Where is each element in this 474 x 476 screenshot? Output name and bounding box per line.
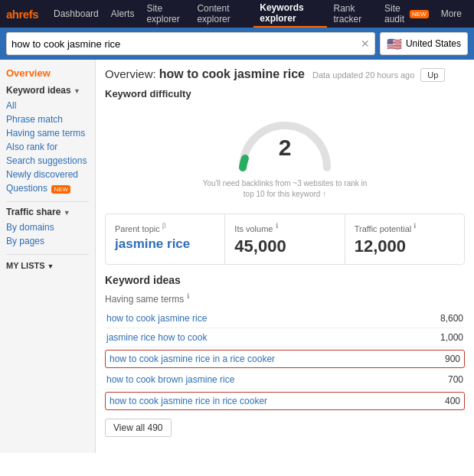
country-selector[interactable]: 🇺🇸 United States xyxy=(380,32,468,55)
chevron-down-icon: ▼ xyxy=(74,87,80,95)
search-clear-icon[interactable]: ✕ xyxy=(361,37,370,50)
beta-icon: β xyxy=(162,222,166,230)
keyword-count-2: 900 xyxy=(445,354,460,364)
keyword-row-2: how to cook jasmine rice in a rice cooke… xyxy=(105,350,465,368)
my-lists-header[interactable]: MY LISTS ▼ xyxy=(6,261,89,270)
keyword-link-4[interactable]: how to cook jasmine rice in rice cooker xyxy=(110,396,267,406)
traffic-share-label: Traffic share xyxy=(6,207,60,217)
nav-item-site-explorer[interactable]: Site explorer xyxy=(140,0,191,28)
having-same-terms-label: Having same terms ℹ xyxy=(105,292,465,305)
keyword-row-3: how to cook brown jasmine rice 700 xyxy=(105,370,465,390)
volume-stat: Its volume ℹ 45,000 xyxy=(225,214,345,264)
keyword-count-1: 1,000 xyxy=(440,332,463,343)
sidebar-item-also-rank-for[interactable]: Also rank for xyxy=(6,140,89,154)
sidebar-item-by-pages[interactable]: By pages xyxy=(6,234,89,248)
sidebar-item-search-suggestions[interactable]: Search suggestions xyxy=(6,154,89,168)
parent-topic-value[interactable]: jasmine rice xyxy=(115,236,215,252)
keyword-link-3[interactable]: how to cook brown jasmine rice xyxy=(106,374,234,385)
nav-item-content-explorer[interactable]: Content explorer xyxy=(191,0,253,28)
volume-label: Its volume ℹ xyxy=(234,222,335,233)
gauge-area: 2 You'll need backlinks from ~3 websites… xyxy=(105,106,465,204)
sidebar-overview[interactable]: Overview xyxy=(6,67,89,79)
nav-item-site-audit[interactable]: Site audit NEW xyxy=(378,0,435,28)
kd-value: 2 xyxy=(279,135,292,161)
keyword-count-0: 8,600 xyxy=(440,313,463,324)
sidebar-item-newly-discovered[interactable]: Newly discovered xyxy=(6,168,89,181)
keyword-row-0: how to cook jasmine rice 8,600 xyxy=(105,309,465,328)
keyword-ideas-section: Keyword ideas Having same terms ℹ how to… xyxy=(105,274,465,437)
traffic-potential-value: 12,000 xyxy=(355,236,455,256)
content-area: Overview: how to cook jasmine rice Data … xyxy=(96,60,474,453)
sidebar-item-questions[interactable]: Questions NEW xyxy=(6,181,89,195)
logo[interactable]: ahrefs xyxy=(6,8,38,21)
kd-section: Keyword difficulty 2 You'll need backlin… xyxy=(105,88,465,204)
traffic-potential-stat: Traffic potential ℹ 12,000 xyxy=(345,214,464,264)
keyword-row-1: jasmine rice how to cook 1,000 xyxy=(105,328,465,347)
stats-row: Parent topic β jasmine rice Its volume ℹ… xyxy=(105,214,465,265)
traffic-info-icon: ℹ xyxy=(414,222,416,230)
keyword-link-0[interactable]: how to cook jasmine rice xyxy=(106,313,207,324)
traffic-chevron-icon: ▼ xyxy=(64,209,70,217)
view-all-button[interactable]: View all 490 xyxy=(105,419,172,437)
search-input-wrap: ✕ xyxy=(6,32,375,55)
nav-item-more[interactable]: More xyxy=(435,0,468,28)
search-input[interactable] xyxy=(11,38,361,50)
volume-value: 45,000 xyxy=(234,236,335,256)
volume-info-icon: ℹ xyxy=(276,222,278,230)
nav-item-dashboard[interactable]: Dashboard xyxy=(47,0,105,28)
questions-label: Questions xyxy=(6,183,47,194)
traffic-potential-label: Traffic potential ℹ xyxy=(355,222,455,233)
new-badge: NEW xyxy=(410,10,429,18)
nav-item-alerts[interactable]: Alerts xyxy=(105,0,141,28)
top-nav: ahrefs Dashboard Alerts Site explorer Co… xyxy=(0,0,474,28)
search-bar: ✕ 🇺🇸 United States xyxy=(0,28,474,60)
keyword-count-3: 700 xyxy=(448,374,463,385)
overview-title-label: Overview: xyxy=(105,67,156,80)
sidebar: Overview Keyword ideas ▼ All Phrase matc… xyxy=(0,60,96,453)
update-button[interactable]: Up xyxy=(420,68,445,82)
keyword-ideas-label: Keyword ideas xyxy=(6,85,71,96)
data-updated-text: Data updated 20 hours ago xyxy=(312,70,414,80)
country-label: United States xyxy=(406,38,461,49)
sidebar-item-by-domains[interactable]: By domains xyxy=(6,220,89,234)
overview-keyword: how to cook jasmine rice xyxy=(159,67,305,81)
parent-topic-stat: Parent topic β jasmine rice xyxy=(106,214,225,264)
sidebar-traffic-share-header[interactable]: Traffic share ▼ xyxy=(6,207,89,217)
flag-icon: 🇺🇸 xyxy=(387,37,402,51)
keyword-ideas-header: Keyword ideas xyxy=(105,274,465,286)
nav-item-rank-tracker[interactable]: Rank tracker xyxy=(327,0,378,28)
parent-topic-label: Parent topic β xyxy=(115,222,215,233)
sidebar-item-all[interactable]: All xyxy=(6,99,89,112)
sidebar-keyword-ideas-header[interactable]: Keyword ideas ▼ xyxy=(6,85,89,96)
keyword-link-2[interactable]: how to cook jasmine rice in a rice cooke… xyxy=(110,354,275,364)
main-layout: Overview Keyword ideas ▼ All Phrase matc… xyxy=(0,60,474,453)
kd-label: Keyword difficulty xyxy=(105,88,465,99)
keyword-row-4: how to cook jasmine rice in rice cooker … xyxy=(105,392,465,410)
overview-header: Overview: how to cook jasmine rice Data … xyxy=(105,67,465,82)
my-lists-chevron-icon: ▼ xyxy=(47,262,54,270)
sidebar-item-phrase-match[interactable]: Phrase match xyxy=(6,112,89,126)
questions-new-badge: NEW xyxy=(51,185,70,194)
site-audit-label: Site audit xyxy=(384,3,407,24)
sidebar-item-having-same-terms[interactable]: Having same terms xyxy=(6,126,89,140)
having-info-icon: ℹ xyxy=(187,292,189,300)
my-lists-label: MY LISTS xyxy=(6,261,45,270)
sidebar-links-group: All Phrase match Having same terms Also … xyxy=(6,99,89,195)
kd-note: You'll need backlinks from ~3 websites t… xyxy=(201,178,369,200)
keyword-link-1[interactable]: jasmine rice how to cook xyxy=(106,332,207,343)
keyword-count-4: 400 xyxy=(445,396,460,406)
nav-item-keywords-explorer[interactable]: Keywords explorer xyxy=(253,0,327,28)
